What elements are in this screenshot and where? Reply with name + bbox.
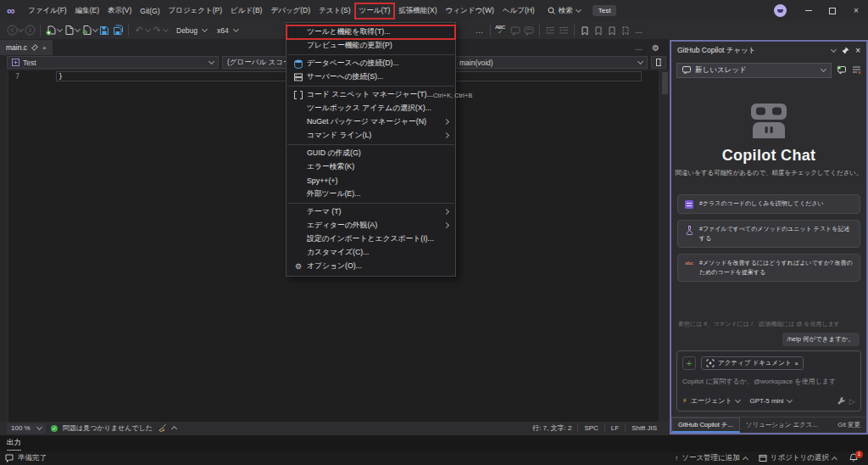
comment-button[interactable]: [509, 23, 522, 38]
menu-item-get-tools-and-features[interactable]: ツールと機能を取得(T)...: [287, 25, 455, 39]
save-button[interactable]: [97, 23, 111, 38]
minimize-button[interactable]: [797, 0, 821, 21]
menu-project[interactable]: プロジェクト(P): [164, 3, 226, 19]
chevron-down-icon[interactable]: [831, 47, 837, 53]
code-cleanup-broom-icon[interactable]: [158, 423, 167, 433]
menu-item-editor-appearance[interactable]: エディターの外観(A): [287, 219, 455, 232]
toggle-bookmark-button[interactable]: [578, 23, 592, 38]
scrollbar-thumb[interactable]: [662, 72, 668, 94]
tab-output[interactable]: 出力: [7, 438, 21, 451]
notifications-button[interactable]: 1: [844, 453, 863, 464]
open-file-button[interactable]: [80, 23, 93, 38]
document-tab-main-c[interactable]: main.c ×: [0, 40, 53, 55]
breakpoint-margin[interactable]: [0, 70, 8, 422]
menu-item-theme[interactable]: テーマ (T): [287, 205, 455, 219]
suggestion-unit-tests[interactable]: #ファイルですべてのメソッドのユニット テストを記述する: [677, 220, 860, 248]
tools-icon[interactable]: [837, 396, 846, 406]
suggestion-improve-method[interactable]: abc #メソッドを改善するにはどうすればよいですか? 改善のためのコードを提案…: [677, 254, 860, 282]
health-indicator-icon[interactable]: ✓: [51, 425, 58, 432]
redo-button[interactable]: ↷: [150, 23, 164, 38]
new-chat-icon[interactable]: [837, 65, 847, 75]
menu-tools[interactable]: ツール(T): [355, 3, 395, 19]
thread-dropdown[interactable]: 新しいスレッド: [676, 63, 832, 78]
menu-item-connect-database[interactable]: データベースへの接続(D)...: [287, 57, 455, 70]
save-all-button[interactable]: [111, 23, 125, 38]
toolbar-overflow-button[interactable]: …: [632, 23, 646, 38]
menu-item-options[interactable]: ⚙ オプション(O)...: [287, 260, 455, 273]
tab-github-copilot[interactable]: GitHub Copilot チ...: [671, 417, 740, 433]
menu-item-connect-server[interactable]: サーバーへの接続(S)...: [287, 70, 455, 84]
editor-toolbar-options-button[interactable]: ⚙: [652, 43, 659, 53]
menu-view[interactable]: 表示(V): [103, 3, 136, 19]
uncomment-button[interactable]: [522, 23, 536, 38]
select-repository-button[interactable]: リポジトリの選択: [755, 453, 840, 463]
menu-item-code-snippets-manager[interactable]: コード スニペット マネージャー(T)... Ctrl+K, Ctrl+B: [287, 88, 455, 102]
menu-item-preview-features[interactable]: プレビュー機能の更新(P): [287, 39, 455, 53]
increase-indent-button[interactable]: [557, 23, 570, 38]
solution-configuration-dropdown[interactable]: Debug: [171, 25, 212, 36]
add-context-button[interactable]: +: [682, 356, 696, 370]
search-box[interactable]: 検索: [548, 6, 581, 16]
problems-status[interactable]: 問題は見つかりませんでした: [63, 423, 153, 433]
restore-button[interactable]: [821, 0, 844, 21]
model-dropdown[interactable]: GPT-5 mini: [750, 397, 784, 405]
add-to-source-control-button[interactable]: ↑ ソース管理に追加: [671, 453, 751, 463]
indent-mode[interactable]: SPC: [577, 424, 604, 432]
menu-item-create-guid[interactable]: GUID の作成(G): [287, 147, 455, 160]
next-bookmark-button[interactable]: [605, 23, 619, 38]
clear-bookmarks-button[interactable]: [619, 23, 632, 38]
previous-bookmark-button[interactable]: [592, 23, 605, 38]
menu-item-nuget-package-manager[interactable]: NuGet パッケージ マネージャー(N): [287, 115, 455, 129]
menu-item-external-tools[interactable]: 外部ツール(E)...: [287, 188, 455, 201]
menu-window[interactable]: ウィンドウ(W): [442, 3, 498, 19]
menu-item-customize[interactable]: カスタマイズ(C)...: [287, 246, 455, 260]
mode-dropdown[interactable]: エージェント: [691, 396, 732, 406]
tab-git-changes[interactable]: Git 変更: [832, 417, 866, 433]
pin-icon[interactable]: [31, 44, 38, 51]
menu-help[interactable]: ヘルプ(H): [498, 3, 539, 19]
menu-debug[interactable]: デバッグ(D): [266, 3, 314, 19]
solution-platform-dropdown[interactable]: x64: [212, 25, 243, 36]
account-avatar[interactable]: [774, 4, 787, 17]
menu-item-import-export-settings[interactable]: 設定のインポートとエクスポート(I)...: [287, 232, 455, 246]
new-project-button[interactable]: [44, 23, 58, 38]
chat-input-box[interactable]: + アクティブ ドキュメント × ⚡ エージェント GPT-5 mini: [676, 350, 861, 412]
menu-item-command-line[interactable]: コマンド ライン(L): [287, 129, 455, 143]
line-ending[interactable]: LF: [604, 424, 625, 432]
close-tab-icon[interactable]: ×: [42, 44, 47, 52]
pin-icon[interactable]: [842, 47, 849, 54]
menu-file[interactable]: ファイル(F): [24, 3, 71, 19]
undo-button[interactable]: ↶: [132, 23, 146, 38]
menu-item-spy-plus-plus[interactable]: Spy++(+): [287, 174, 455, 188]
menu-test[interactable]: テスト(S): [314, 3, 354, 19]
chat-history-icon[interactable]: [852, 65, 861, 75]
active-document-chip[interactable]: アクティブ ドキュメント ×: [701, 356, 804, 370]
menu-extensions[interactable]: 拡張機能(X): [394, 3, 441, 19]
encoding[interactable]: Shift JIS: [625, 424, 663, 432]
close-panel-icon[interactable]: ×: [855, 46, 860, 55]
caret-position[interactable]: 行: 7, 文字: 2: [526, 423, 577, 433]
help-chip[interactable]: /help 何ができますか。: [782, 333, 860, 346]
menu-git[interactable]: Git(G): [136, 4, 164, 18]
close-button[interactable]: ×: [844, 0, 868, 21]
solution-name-button[interactable]: Test: [593, 5, 617, 16]
vertical-scrollbar[interactable]: [659, 70, 670, 422]
menu-build[interactable]: ビルド(B): [226, 3, 266, 19]
toolbar-overflow-button[interactable]: …: [473, 23, 487, 38]
navigate-forward-button[interactable]: [23, 23, 36, 38]
menu-edit[interactable]: 編集(E): [71, 3, 103, 19]
tab-solution-explorer[interactable]: ソリューション エクス...: [740, 417, 824, 433]
copilot-prompt-input[interactable]: [682, 378, 855, 385]
send-icon[interactable]: ▷: [849, 397, 855, 406]
remove-context-icon[interactable]: ×: [795, 360, 798, 367]
project-dropdown[interactable]: Test: [7, 56, 219, 69]
decrease-indent-button[interactable]: [543, 23, 557, 38]
add-new-item-button[interactable]: [62, 23, 75, 38]
chevron-up-icon[interactable]: [171, 426, 177, 432]
menu-item-error-lookup[interactable]: エラー検索(K): [287, 160, 455, 174]
menu-item-choose-toolbox-items[interactable]: ツールボックス アイテムの選択(X)...: [287, 102, 455, 115]
split-window-button[interactable]: [651, 56, 666, 69]
suggestion-explain-class[interactable]: #クラスのコードのしくみを説明してください: [677, 194, 860, 214]
chevron-down-icon[interactable]: [163, 26, 169, 32]
spell-check-button[interactable]: ABC ✓: [494, 23, 509, 38]
